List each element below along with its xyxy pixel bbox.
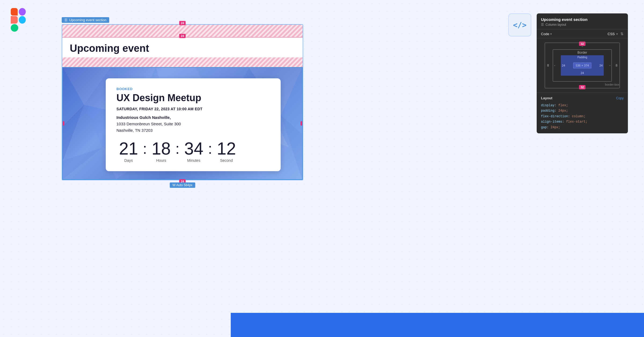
box-model-area: 32 8 8 - - Border - - Padding 24 24 — [537, 38, 628, 93]
css-line-align-items: align-items: flex-start; — [541, 119, 624, 124]
code-icon-panel[interactable]: </> — [508, 13, 531, 36]
padding-bottom-val: 24 — [581, 71, 584, 75]
countdown-minutes-label: Minutes — [182, 158, 206, 163]
panel-subtitle: ☰ Column layout — [541, 23, 624, 27]
layout-header: Layout Copy — [541, 96, 624, 100]
column-layout-icon: ☰ — [541, 23, 544, 27]
badge-mid-spacing: 24 — [179, 34, 186, 38]
countdown-hours: 18 Hours — [149, 140, 173, 163]
countdown-sep-2: : — [175, 141, 180, 162]
border-right-val: - — [609, 64, 610, 67]
css-line-flex-direction: flex-direction: column; — [541, 114, 624, 119]
upcoming-section: 24 Upcoming event 24 — [62, 25, 303, 180]
box-inner-border: Border - - Padding 24 24 24 536 × 374 — [553, 49, 612, 82]
countdown-sep-1: : — [143, 141, 147, 162]
padding-top-label: Padding — [577, 56, 587, 59]
event-location: Industrious Gulch Nashville, 1033 Demonb… — [116, 114, 270, 134]
countdown-hours-value: 18 — [149, 140, 173, 157]
event-date: SATURDAY, FRIDAY 22, 2023 AT 10:00 AM ED… — [116, 107, 270, 111]
event-name: UX Design Meetup — [116, 93, 270, 103]
layout-section: Layout Copy display: flex; padding: 24px… — [537, 93, 628, 133]
width-indicator: W Auto 584px — [170, 182, 195, 188]
countdown-seconds-label: Second — [214, 158, 239, 163]
panel-title: Upcoming event section — [541, 17, 624, 22]
countdown-days-value: 21 — [116, 140, 141, 157]
location-address: 1033 Demonbreun Street, Suite 300 — [116, 122, 181, 126]
outer-top-label: - — [582, 45, 583, 48]
panel-toolbar: Code ▾ CSS ▾ ⇅ — [537, 30, 628, 38]
badge-top-spacing: 24 — [179, 21, 186, 25]
canvas-area: ☰ Upcoming event section 24 24 Upcoming … — [48, 16, 311, 199]
location-city: Nashville, TN 37203 — [116, 128, 153, 133]
frame-label: ☰ Upcoming event section — [62, 17, 109, 23]
svg-marker-11 — [63, 147, 103, 179]
inspect-panel: Upcoming event section ☰ Column layout C… — [537, 13, 628, 133]
css-selector[interactable]: CSS ▾ ⇅ — [608, 32, 624, 36]
css-code-block: display: flex; padding: 24px; flex-direc… — [541, 103, 624, 130]
figma-logo-shape-blue — [19, 16, 26, 24]
event-card-area: 24 24 BOOKED UX Design Meetup SATURDAY, … — [62, 67, 303, 180]
box-padding: Padding 24 24 24 536 × 374 — [561, 55, 604, 76]
css-line-display: display: flex; — [541, 103, 624, 108]
bottom-blue-bar — [231, 313, 644, 337]
code-icon: </> — [513, 21, 527, 30]
content-box: 536 × 374 — [573, 63, 591, 68]
badge-box-bottom: 32 — [579, 85, 586, 89]
figma-logo — [11, 8, 26, 32]
border-top-label: Border — [577, 51, 587, 54]
countdown-days-label: Days — [116, 158, 141, 163]
copy-button[interactable]: Copy — [616, 96, 624, 100]
css-line-padding: padding: 24px; — [541, 108, 624, 113]
figma-logo-shape-green — [11, 24, 18, 32]
border-box-label: border-box — [605, 83, 619, 86]
location-name: Industrious Gulch Nashville, — [116, 115, 171, 120]
padding-right-val: 24 — [599, 64, 603, 67]
countdown-hours-label: Hours — [149, 158, 173, 163]
dropdown-chevron: ▾ — [550, 32, 552, 35]
figma-logo-shape-purple — [19, 8, 26, 16]
countdown-timer: 21 Days : 18 Hours : 34 Minutes — [116, 140, 270, 163]
countdown-minutes: 34 Minutes — [182, 140, 206, 163]
event-title: Upcoming event — [70, 43, 295, 54]
outer-right-label: 8 — [616, 64, 617, 67]
countdown-seconds: 12 Second — [214, 140, 239, 163]
css-dropdown-chevron: ▾ — [616, 32, 618, 35]
figma-frame: ☰ Upcoming event section 24 24 Upcoming … — [62, 24, 303, 180]
border-left-val: - — [554, 64, 555, 67]
padding-left-val: 24 — [562, 64, 565, 67]
sort-icon: ⇅ — [620, 32, 624, 36]
layout-title: Layout — [541, 96, 552, 100]
frame-icon: ☰ — [64, 18, 68, 22]
figma-logo-shape-red — [11, 8, 18, 16]
event-card: BOOKED UX Design Meetup SATURDAY, FRIDAY… — [106, 78, 281, 171]
countdown-days: 21 Days — [116, 140, 141, 163]
countdown-seconds-value: 12 — [214, 140, 239, 157]
badge-left-spacing: 24 — [62, 121, 64, 126]
booked-label: BOOKED — [116, 87, 270, 91]
figma-logo-shape-orange — [11, 16, 18, 24]
countdown-minutes-value: 34 — [182, 140, 206, 157]
outer-left-label: 8 — [547, 64, 549, 67]
stripe-divider: 24 — [62, 57, 303, 67]
title-area: 24 Upcoming event — [62, 38, 303, 57]
box-model-container: 32 8 8 - - Border - - Padding 24 24 — [541, 43, 624, 88]
code-tab[interactable]: Code ▾ — [541, 32, 552, 36]
panel-header: Upcoming event section ☰ Column layout — [537, 13, 628, 30]
countdown-sep-3: : — [208, 141, 212, 162]
css-line-gap: gap: 24px; — [541, 125, 624, 130]
box-outer: 8 8 - - Border - - Padding 24 24 24 536 — [545, 43, 620, 88]
badge-right-spacing: 24 — [301, 121, 303, 126]
